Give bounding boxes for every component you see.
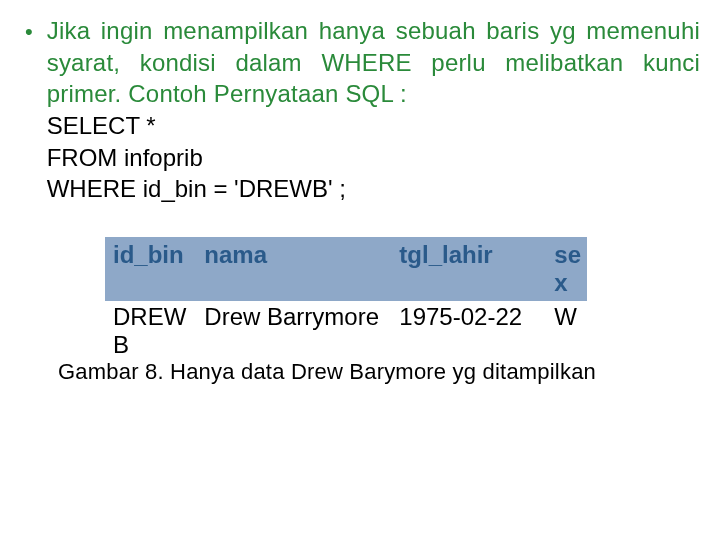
table-row: DREW B Drew Barrymore 1975-02-22 W [105, 301, 587, 361]
intro-text: Jika ingin menampilkan hanya sebuah bari… [47, 15, 700, 110]
sql-from: FROM infoprib [47, 142, 700, 174]
result-table-wrap: id_bin nama tgl_lahir se x DREW B Drew B… [105, 237, 700, 361]
bullet-item: • Jika ingin menampilkan hanya sebuah ba… [20, 15, 700, 205]
sql-select: SELECT * [47, 110, 700, 142]
sql-where: WHERE id_bin = 'DREWB' ; [47, 173, 700, 205]
header-nama: nama [196, 237, 391, 301]
table-header-row: id_bin nama tgl_lahir se x [105, 237, 587, 301]
cell-sex: W [546, 301, 587, 361]
cell-nama: Drew Barrymore [196, 301, 391, 361]
cell-id-bin: DREW B [105, 301, 196, 361]
cell-tgl-lahir: 1975-02-22 [391, 301, 546, 361]
bullet-marker: • [25, 17, 33, 48]
header-tgl-lahir: tgl_lahir [391, 237, 546, 301]
figure-caption: Gambar 8. Hanya data Drew Barymore yg di… [20, 359, 700, 385]
result-table: id_bin nama tgl_lahir se x DREW B Drew B… [105, 237, 587, 361]
header-sex: se x [546, 237, 587, 301]
bullet-content: Jika ingin menampilkan hanya sebuah bari… [47, 15, 700, 205]
header-id-bin: id_bin [105, 237, 196, 301]
